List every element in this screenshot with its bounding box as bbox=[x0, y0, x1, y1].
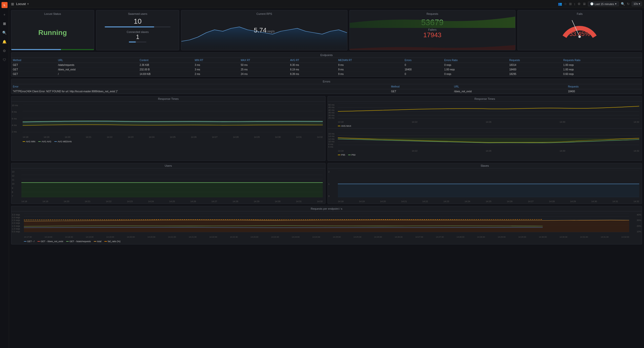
time-range-button[interactable]: 🕐 Last 15 minutes ▾ bbox=[588, 2, 619, 6]
refresh-dropdown-arrow: ▾ bbox=[639, 2, 640, 5]
requests-endpoint-chart: 3.5 reqs3.0 reqs2.5 reqs2.0 reqs1.5 reqs… bbox=[11, 211, 642, 239]
slaves-chart-title: Slaves bbox=[328, 163, 642, 168]
errors-table: Error Method URL Requests "HTTPError('40… bbox=[11, 84, 642, 94]
locust-status-panel: Locust Status Running bbox=[11, 10, 94, 50]
legend-p95: P95 bbox=[338, 154, 345, 156]
col-content: Content bbox=[138, 58, 193, 63]
status-row: Locust Status Running Swarmed users 10 C… bbox=[11, 10, 642, 50]
swarmed-progress-bar bbox=[105, 26, 171, 27]
rt-left-svg bbox=[23, 104, 323, 133]
col-error-method: Method bbox=[390, 84, 453, 89]
col-errors: Errors bbox=[403, 58, 443, 63]
requests-panel: Requests 53679 bbox=[349, 10, 515, 50]
dashboard: Locust Status Running Swarmed users 10 C… bbox=[9, 8, 644, 246]
refresh-icon[interactable]: ↻ bbox=[627, 2, 630, 6]
sidebar-item-notifications[interactable]: 🔔 bbox=[2, 39, 7, 44]
svg-text:L: L bbox=[4, 4, 5, 7]
slaves-chart-panel: Slaves 210 14:1814:1914:2014:2114: bbox=[328, 163, 642, 204]
rt-right-top-svg bbox=[338, 104, 639, 119]
col-min-rt: MIN RT bbox=[193, 58, 239, 63]
sidebar-item-dashboard[interactable]: ⊞ bbox=[2, 21, 7, 26]
dropdown-arrow[interactable]: ▾ bbox=[27, 2, 29, 6]
locust-status-title: Locust Status bbox=[11, 12, 94, 15]
rt-right-bottom-legend: P95 P50 bbox=[328, 153, 642, 157]
rt-right-bottom-chart: 16 ms14 ms12 ms10 ms8 ms6 ms bbox=[328, 130, 642, 153]
failers-label: Failers bbox=[350, 28, 515, 31]
rt-right-top-legend: AVG MAX bbox=[328, 124, 642, 128]
status-bar-fill bbox=[11, 49, 61, 50]
locust-status-value: Running bbox=[38, 29, 67, 37]
slaves-progress-fill bbox=[129, 41, 136, 42]
slaves-x-labels: 14:1814:1914:2014:2114:2214:2314:2414:25… bbox=[338, 200, 639, 203]
table-row: GET/14.69 KiB 2 ms24 ms8.39 ms 9 ms00 re… bbox=[11, 72, 642, 76]
users-x-labels: 14:1814:1914:2014:2114:2214:2314:2414:25… bbox=[21, 200, 323, 203]
col-requests: Requests bbox=[508, 58, 562, 63]
cycle-icon[interactable]: ↕ bbox=[574, 2, 576, 6]
legend-get-slash: GET - / bbox=[24, 240, 34, 243]
requests-chart bbox=[350, 15, 515, 28]
sidebar-item-shield[interactable]: 🛡 bbox=[2, 57, 7, 62]
rt-right-title: Response Times bbox=[328, 96, 642, 102]
users-svg bbox=[21, 170, 323, 197]
legend-fail-ratio: fail_ratio (%) bbox=[104, 240, 120, 243]
col-error-url: URL bbox=[453, 84, 567, 89]
users-y-labels: 13121110987 bbox=[12, 170, 14, 197]
legend-get-stats: GET - /stats/requests bbox=[66, 240, 91, 243]
requests-title: Requests bbox=[350, 12, 515, 15]
time-dropdown-arrow: ▾ bbox=[615, 2, 617, 6]
req-endpoint-legend: GET - / GET - /does_not_exist GET - /sta… bbox=[11, 239, 642, 244]
app-name-label: Locust bbox=[16, 2, 26, 6]
rt-right-top-y: 50 ms45 ms40 ms35 ms30 ms25 ms bbox=[328, 104, 335, 119]
col-error-requests: Requests bbox=[567, 84, 642, 89]
rps-unit: req/s bbox=[267, 29, 275, 33]
response-times-right-panel: Response Times 50 ms45 ms40 ms35 ms30 ms… bbox=[328, 96, 642, 161]
rps-value: 5.74 bbox=[254, 26, 267, 34]
settings-icon[interactable]: ⚙ bbox=[578, 2, 581, 6]
swarmed-users-panel: Swarmed users 10 Connected slaves 1 bbox=[96, 10, 179, 50]
gauge-container: 33.45% bbox=[518, 10, 642, 43]
col-error: Error bbox=[11, 84, 390, 89]
app-title: Locust ▾ bbox=[16, 2, 29, 6]
users-chart-title: Users bbox=[11, 163, 325, 168]
rt-left-legend: AVG MIN AVG AVG AVG MEDIAN bbox=[11, 139, 325, 144]
col-requests-ratio: Requests Ratio bbox=[562, 58, 642, 63]
layout-icon[interactable]: ⊞ bbox=[569, 2, 572, 6]
slaves-chart: 210 14:1814:1914:2014:2114:2214:2314:241… bbox=[328, 168, 642, 204]
rt-left-y-labels: 10 ms8 ms6 ms4 ms2 ms bbox=[12, 104, 18, 133]
legend-avg-median: AVG MEDIAN bbox=[54, 140, 72, 143]
search-icon[interactable]: 🔍 bbox=[621, 2, 625, 6]
table-row: "HTTPError('404 Client Error: NOT FOUND … bbox=[11, 89, 642, 94]
slaves-y-labels: 210 bbox=[328, 170, 330, 197]
req-endpoint-x-labels: 14:17:3014:18:0014:18:3014:19:0014:19:30… bbox=[24, 236, 629, 238]
rt-right-bottom-x: 14:1814:2214:2614:3014:32 bbox=[338, 150, 639, 152]
main-content: ⊞ Locust ▾ 👥 ☆ ⊞ ↕ ⚙ 🖥 🕐 Last 15 minutes… bbox=[9, 0, 644, 348]
topbar-actions: 👥 ☆ ⊞ ↕ ⚙ 🖥 🕐 Last 15 minutes ▾ 🔍 ↻ 10s … bbox=[558, 2, 642, 6]
gauge-value: 33.45% bbox=[570, 30, 590, 37]
response-times-left-chart: 10 ms8 ms6 ms4 ms2 ms bbox=[11, 102, 325, 139]
requests-endpoint-panel: Requests per endpoint / s 3.5 reqs3.0 re… bbox=[11, 206, 642, 244]
failers-chart bbox=[350, 37, 515, 50]
connected-slaves-section: Connected slaves 1 bbox=[127, 30, 148, 42]
col-url: URL bbox=[56, 58, 138, 63]
endpoints-table: Method URL Content MIN RT MAX RT AVG RT … bbox=[11, 58, 642, 76]
slaves-progress-bar bbox=[129, 41, 146, 42]
users-chart-panel: Users 13121110987 bbox=[11, 163, 326, 204]
sidebar-item-search[interactable]: 🔍 bbox=[2, 30, 7, 35]
errors-section: Errors Error Method URL Requests "HTTPEr… bbox=[11, 79, 642, 94]
req-endpoint-y-left: 3.5 reqs3.0 reqs2.5 reqs2.0 reqs1.5 reqs… bbox=[12, 213, 20, 233]
monitor-icon[interactable]: 🖥 bbox=[583, 2, 586, 6]
sidebar-item-settings[interactable]: ⚙ bbox=[2, 48, 7, 53]
refresh-rate-button[interactable]: 10s ▾ bbox=[632, 2, 642, 6]
sidebar-item-add[interactable]: + bbox=[2, 12, 7, 17]
legend-p50: P50 bbox=[348, 154, 355, 156]
time-range-label: Last 15 minutes bbox=[595, 3, 614, 6]
users-slaves-row: Users 13121110987 bbox=[11, 163, 642, 204]
rt-right-bottom-svg bbox=[338, 133, 639, 148]
endpoints-section: Endpoints Method URL Content MIN RT MAX … bbox=[11, 52, 642, 77]
star-icon[interactable]: ☆ bbox=[564, 2, 567, 6]
table-row: GET/stats/requests2.36 KiB 3 ms50 ms8.30… bbox=[11, 63, 642, 67]
requests-endpoint-title: Requests per endpoint / s bbox=[11, 206, 642, 211]
share-icon[interactable]: 👥 bbox=[558, 2, 562, 6]
current-rps-panel: Current RPS 5.74 req/s bbox=[181, 10, 347, 50]
response-times-row: Response Times 10 ms8 ms6 ms4 ms2 ms bbox=[11, 96, 642, 161]
